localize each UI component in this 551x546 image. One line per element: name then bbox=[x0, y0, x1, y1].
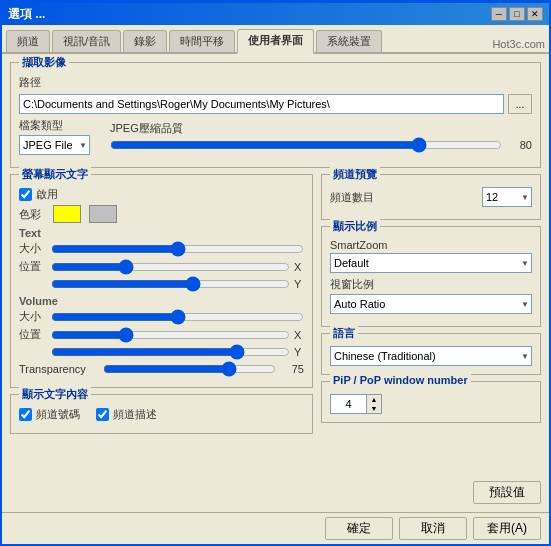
vol-pos-y-row: Y bbox=[19, 345, 304, 359]
channel-num-row: 頻道號碼 bbox=[19, 407, 80, 422]
channel-count-select-wrapper: 12 bbox=[482, 187, 532, 207]
window-ratio-label: 視窗比例 bbox=[330, 277, 374, 292]
file-type-label: 檔案類型 bbox=[19, 118, 90, 133]
display-content-title: 顯示文字內容 bbox=[19, 387, 91, 402]
text-pos-y-slider[interactable] bbox=[51, 277, 290, 291]
text-size-row: 大小 bbox=[19, 241, 304, 256]
maximize-button[interactable]: □ bbox=[509, 7, 525, 21]
vol-pos-label: 位置 bbox=[19, 327, 47, 342]
tab-ui[interactable]: 使用者界面 bbox=[237, 29, 314, 54]
jpeg-quality-label: JPEG壓縮品質 bbox=[110, 121, 532, 136]
left-panel: 螢幕顯示文字 啟用 色彩 Text 大小 bbox=[10, 174, 313, 504]
channel-desc-label: 頻道描述 bbox=[113, 407, 157, 422]
capture-image-title: 擷取影像 bbox=[19, 55, 69, 70]
content-area: 擷取影像 路徑 ... 檔案類型 JPEG File JPEG bbox=[2, 54, 549, 512]
pip-spin-up[interactable]: ▲ bbox=[367, 395, 381, 404]
window-title: 選項 ... bbox=[8, 6, 45, 23]
path-input[interactable] bbox=[19, 94, 504, 114]
text-pos-x-slider[interactable] bbox=[51, 260, 290, 274]
language-title: 語言 bbox=[330, 326, 358, 341]
color-row: 色彩 bbox=[19, 205, 304, 223]
display-ratio-group: 顯示比例 SmartZoom Default 視窗比例 bbox=[321, 226, 541, 327]
text-pos-row: 位置 X bbox=[19, 259, 304, 274]
enable-checkbox[interactable] bbox=[19, 188, 32, 201]
vol-size-label: 大小 bbox=[19, 309, 47, 324]
channel-desc-row: 頻道描述 bbox=[96, 407, 157, 422]
vol-pos-row: 位置 X bbox=[19, 327, 304, 342]
channel-num-checkbox[interactable] bbox=[19, 408, 32, 421]
tab-record[interactable]: 錄影 bbox=[123, 30, 167, 52]
transparency-value: 75 bbox=[280, 363, 304, 375]
tab-bar: 頻道 視訊/音訊 錄影 時間平移 使用者界面 系統裝置 Hot3c.com bbox=[2, 25, 549, 54]
channel-preview-group: 頻道預覽 頻道數目 12 bbox=[321, 174, 541, 220]
color-gray[interactable] bbox=[89, 205, 117, 223]
channel-num-label: 頻道號碼 bbox=[36, 407, 80, 422]
watermark-label: Hot3c.com bbox=[492, 38, 545, 52]
tab-timeshift[interactable]: 時間平移 bbox=[169, 30, 235, 52]
enable-row: 啟用 bbox=[19, 187, 304, 202]
channel-preview-title: 頻道預覽 bbox=[330, 167, 380, 182]
jpeg-quality-slider[interactable] bbox=[110, 138, 502, 152]
text-pos-label: 位置 bbox=[19, 259, 47, 274]
pip-spin-down[interactable]: ▼ bbox=[367, 404, 381, 413]
close-button[interactable]: ✕ bbox=[527, 7, 543, 21]
tab-system[interactable]: 系統裝置 bbox=[316, 30, 382, 52]
ok-button[interactable]: 確定 bbox=[325, 517, 393, 540]
default-button[interactable]: 預設值 bbox=[473, 481, 541, 504]
right-panel: 頻道預覽 頻道數目 12 顯示比例 bbox=[321, 174, 541, 504]
enable-label: 啟用 bbox=[36, 187, 58, 202]
text-subsection-label: Text bbox=[19, 227, 304, 239]
transparency-label: Transparency bbox=[19, 363, 99, 375]
pip-title: PiP / PoP window number bbox=[330, 374, 471, 386]
language-select[interactable]: Chinese (Traditional) bbox=[330, 346, 532, 366]
volume-subsection-label: Volume bbox=[19, 295, 304, 307]
bottom-bar: 確定 取消 套用(A) bbox=[2, 512, 549, 544]
color-yellow[interactable] bbox=[53, 205, 81, 223]
text-pos-y-row: Y bbox=[19, 277, 304, 291]
transparency-slider[interactable] bbox=[103, 362, 276, 376]
smartzoom-label: SmartZoom bbox=[330, 239, 387, 251]
osd-group: 螢幕顯示文字 啟用 色彩 Text 大小 bbox=[10, 174, 313, 388]
language-group: 語言 Chinese (Traditional) bbox=[321, 333, 541, 375]
pip-input[interactable]: 4 bbox=[330, 394, 366, 414]
channel-count-label: 頻道數目 bbox=[330, 190, 374, 205]
browse-button[interactable]: ... bbox=[508, 94, 532, 114]
window-ratio-select[interactable]: Auto Ratio bbox=[330, 294, 532, 314]
title-bar: 選項 ... ─ □ ✕ bbox=[2, 3, 549, 25]
apply-button[interactable]: 套用(A) bbox=[473, 517, 541, 540]
tab-av[interactable]: 視訊/音訊 bbox=[52, 30, 121, 52]
vol-size-row: 大小 bbox=[19, 309, 304, 324]
title-bar-buttons: ─ □ ✕ bbox=[491, 7, 543, 21]
display-content-group: 顯示文字內容 頻道號碼 頻道描述 bbox=[10, 394, 313, 434]
vol-pos-y-slider[interactable] bbox=[51, 345, 290, 359]
vol-x-label: X bbox=[294, 329, 304, 341]
jpeg-quality-value: 80 bbox=[508, 139, 532, 151]
pip-group: PiP / PoP window number 4 ▲ ▼ bbox=[321, 381, 541, 423]
smartzoom-select[interactable]: Default bbox=[330, 253, 532, 273]
window-ratio-select-wrapper: Auto Ratio bbox=[330, 294, 532, 314]
text-size-slider[interactable] bbox=[51, 242, 304, 256]
main-window: 選項 ... ─ □ ✕ 頻道 視訊/音訊 錄影 時間平移 使用者界面 系統裝置… bbox=[0, 0, 551, 546]
text-y-label: Y bbox=[294, 278, 304, 290]
channel-desc-checkbox[interactable] bbox=[96, 408, 109, 421]
text-x-label: X bbox=[294, 261, 304, 273]
jpeg-quality-row: 80 bbox=[110, 138, 532, 152]
main-area: 螢幕顯示文字 啟用 色彩 Text 大小 bbox=[10, 174, 541, 504]
capture-image-group: 擷取影像 路徑 ... 檔案類型 JPEG File JPEG bbox=[10, 62, 541, 168]
vol-size-slider[interactable] bbox=[51, 310, 304, 324]
language-select-wrapper: Chinese (Traditional) bbox=[330, 346, 532, 366]
transparency-row: Transparency 75 bbox=[19, 362, 304, 376]
tab-channel[interactable]: 頻道 bbox=[6, 30, 50, 52]
display-ratio-title: 顯示比例 bbox=[330, 219, 380, 234]
text-size-label: 大小 bbox=[19, 241, 47, 256]
file-type-select[interactable]: JPEG File bbox=[19, 135, 90, 155]
cancel-button[interactable]: 取消 bbox=[399, 517, 467, 540]
vol-pos-x-slider[interactable] bbox=[51, 328, 290, 342]
pip-spin-buttons: ▲ ▼ bbox=[366, 394, 382, 414]
path-label: 路徑 bbox=[19, 75, 41, 90]
minimize-button[interactable]: ─ bbox=[491, 7, 507, 21]
pip-spinbox: 4 ▲ ▼ bbox=[330, 394, 532, 414]
channel-count-select[interactable]: 12 bbox=[482, 187, 532, 207]
smartzoom-select-wrapper: Default bbox=[330, 253, 532, 273]
color-label: 色彩 bbox=[19, 207, 41, 222]
